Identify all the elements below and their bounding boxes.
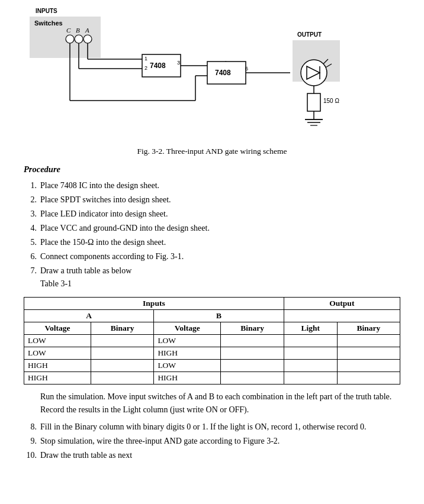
list-item-table-label: Table 3-1 [24, 277, 400, 290]
inputs-label: INPUTS [36, 8, 57, 14]
truth-table-body: LOWLOWLOWHIGHHIGHLOWHIGHHIGH [24, 335, 400, 385]
col-voltage2: Voltage [154, 322, 221, 335]
procedure-list: 1. Place 7408 IC into the design sheet. … [24, 179, 400, 290]
figure-caption: Fig. 3-2. Three-input AND gate wiring sc… [24, 147, 400, 156]
list-item: 2. Place SPDT switches into design sheet… [24, 193, 400, 206]
list-item-10: 10. Draw the truth table as next [24, 449, 400, 461]
switch-b-label: B [76, 27, 80, 34]
switch-c-circle [66, 35, 74, 43]
table-row: LOWHIGH [24, 347, 400, 360]
b-header: B [154, 310, 284, 322]
list-item: 7. Draw a truth table as below [24, 264, 400, 277]
col-binary2: Binary [221, 322, 284, 335]
list-item-9: 9. Stop simulation, wire the three-input… [24, 435, 400, 447]
switch-c-label: C [66, 27, 71, 34]
switch-a-circle [83, 35, 92, 43]
switch-a-label: A [85, 27, 89, 34]
gate2-pin6: 6 [245, 66, 248, 72]
output-label: OUTPUT [297, 31, 322, 38]
a-header: A [24, 310, 154, 322]
col-voltage: Voltage [24, 322, 91, 335]
resistor-box [307, 93, 320, 111]
col-binary3: Binary [337, 322, 400, 335]
list-item: 3. Place LED indicator into design sheet… [24, 208, 400, 220]
gate1-pin3: 3 [177, 60, 180, 66]
gate1-pin1: 1 [144, 56, 147, 62]
list-item-8: 8. Fill in the Binary column with binary… [24, 421, 400, 433]
led-circle [301, 60, 327, 86]
gate2-label: 7408 [215, 69, 231, 77]
output-header: Output [284, 298, 400, 310]
table-row: HIGHLOW [24, 360, 400, 372]
list-item: 6. Connect components according to Fig. … [24, 250, 400, 263]
list-item: 5. Place the 150-Ω into the design sheet… [24, 236, 400, 248]
switches-label: Switches [34, 20, 63, 27]
items-8-10: 8. Fill in the Binary column with binary… [24, 421, 400, 461]
gate1-pin2: 2 [144, 65, 147, 71]
procedure-title: Procedure [24, 164, 400, 175]
col-binary: Binary [91, 322, 153, 335]
table-row: HIGHHIGH [24, 372, 400, 385]
col-light: Light [284, 322, 337, 335]
circuit-svg: INPUTS Switches C B A 7408 1 2 3 4 [24, 6, 400, 141]
switch-b-circle [75, 35, 83, 43]
para-after-table: Run the simulation. Move input switches … [24, 390, 400, 416]
gate1-label: 7408 [150, 62, 166, 70]
table-row: LOWLOW [24, 335, 400, 347]
circuit-diagram: INPUTS Switches C B A 7408 1 2 3 4 [24, 6, 400, 142]
truth-table: Inputs Output A B Voltage Binary Voltage… [24, 297, 400, 385]
list-item: 1. Place 7408 IC into the design sheet. [24, 179, 400, 192]
list-item: 4. Place VCC and ground-GND into the des… [24, 222, 400, 234]
inputs-header: Inputs [24, 298, 284, 310]
resistor-label: 150 Ω [323, 98, 339, 104]
